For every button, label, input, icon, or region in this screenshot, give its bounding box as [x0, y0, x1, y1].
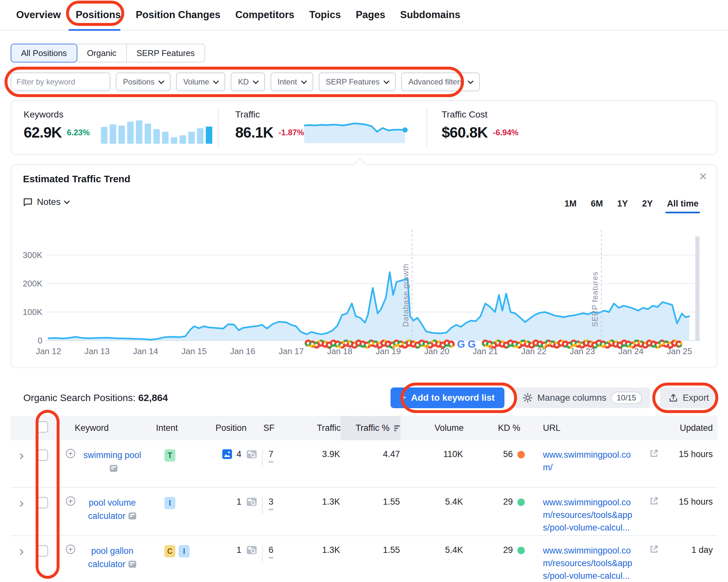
report-tabs: Overview Positions Position Changes Comp… [0, 0, 728, 30]
keyword-link[interactable]: pool volume calculator [79, 496, 146, 524]
sf-count[interactable]: 3 [268, 497, 274, 510]
range-6m[interactable]: 6M [591, 199, 603, 209]
traffic-value: 86.1K [235, 124, 274, 141]
kd-value: 29 [503, 497, 513, 507]
traffic-pct-value: 4.47 [341, 440, 400, 487]
positions-section-header: Organic Search Positions: 62,864 + Add t… [11, 387, 717, 408]
close-icon[interactable]: × [699, 170, 707, 183]
col-position[interactable]: Position [200, 423, 259, 433]
serp-snapshot-icon[interactable] [109, 463, 118, 477]
external-link-icon[interactable] [649, 545, 659, 556]
kd-dot [517, 547, 525, 554]
serp-preview-icon[interactable] [246, 449, 258, 462]
positions-count: 62,864 [138, 392, 168, 403]
updated-value: 15 hours [659, 440, 717, 487]
col-traffic[interactable]: Traffic [290, 423, 341, 433]
col-intent[interactable]: Intent [151, 423, 200, 433]
external-link-icon[interactable] [649, 496, 659, 508]
url-link[interactable]: www.swimmingpool.com/resources/tools&app… [543, 545, 646, 582]
tab-positions[interactable]: Positions [76, 9, 121, 21]
subtab-serp-features[interactable]: SERP Features [127, 44, 205, 62]
filter-positions[interactable]: Positions [116, 73, 171, 91]
serp-preview-icon[interactable] [246, 545, 258, 558]
range-1m[interactable]: 1M [564, 199, 577, 209]
sf-count[interactable]: 6 [268, 545, 274, 558]
svg-text:Jan 15: Jan 15 [182, 346, 207, 356]
svg-text:Jan 12: Jan 12 [36, 346, 61, 356]
updated-value: 1 day [659, 536, 717, 582]
filter-bar: Positions Volume KD Intent SERP Features… [11, 73, 480, 91]
position-value: 1 [236, 497, 241, 507]
add-keyword-icon[interactable] [66, 449, 75, 458]
subtab-all-positions[interactable]: All Positions [11, 44, 77, 62]
col-updated[interactable]: Updated [659, 423, 717, 433]
add-keyword-icon[interactable] [66, 545, 75, 554]
estimated-traffic-trend-card: Estimated Traffic Trend × Notes 1M 6M 1Y… [11, 165, 717, 368]
tab-overview[interactable]: Overview [16, 9, 61, 21]
external-link-icon[interactable] [649, 449, 659, 461]
keyword-filter [11, 73, 110, 91]
chevron-down-icon [253, 78, 259, 84]
col-keyword[interactable]: Keyword [56, 423, 151, 433]
subtab-organic[interactable]: Organic [77, 44, 127, 62]
expand-row-chevron[interactable] [18, 549, 23, 555]
expand-row-chevron[interactable] [18, 501, 23, 507]
svg-text:Jan 13: Jan 13 [84, 346, 110, 356]
filter-kd[interactable]: KD [231, 73, 265, 91]
tab-competitors[interactable]: Competitors [235, 9, 294, 21]
filter-intent[interactable]: Intent [270, 73, 313, 91]
divider [262, 449, 263, 467]
keyword-link[interactable]: pool gallon calculator [79, 545, 146, 572]
traffic-cost-label: Traffic Cost [442, 109, 519, 120]
keyword-link[interactable]: swimming pool [79, 449, 146, 476]
chevron-down-icon [383, 78, 389, 84]
svg-text:G: G [468, 338, 476, 350]
add-keyword-icon[interactable] [66, 496, 75, 506]
traffic-cost-metric: Traffic Cost $60.8K -6.94% [442, 109, 519, 141]
row-checkbox[interactable] [36, 545, 48, 557]
traffic-cost-change: -6.94% [493, 128, 518, 137]
tab-position-changes[interactable]: Position Changes [135, 9, 220, 21]
expand-row-chevron[interactable] [18, 453, 23, 459]
range-2y[interactable]: 2Y [642, 199, 653, 209]
gear-icon [523, 393, 533, 403]
traffic-metric: Traffic 86.1K -1.87% [235, 109, 304, 141]
position-type-switch: All Positions Organic SERP Features [11, 44, 205, 62]
chevron-down-icon [213, 78, 219, 84]
col-kd[interactable]: KD % [464, 423, 533, 433]
position-value: 4 [236, 449, 241, 459]
filter-advanced[interactable]: Advanced filters [401, 73, 480, 91]
serp-snapshot-icon[interactable] [128, 559, 136, 572]
range-all-time[interactable]: All time [667, 199, 699, 209]
svg-text:G: G [457, 338, 465, 350]
url-link[interactable]: www.swimmingpool.com/ [543, 449, 646, 474]
keyword-filter-input[interactable] [11, 73, 110, 91]
filter-volume[interactable]: Volume [176, 73, 225, 91]
filter-serp-features[interactable]: SERP Features [319, 73, 396, 91]
volume-value: 5.4K [400, 536, 464, 582]
divider [262, 497, 263, 514]
kd-dot [517, 451, 525, 458]
manage-columns-button[interactable]: Manage columns 10/15 [514, 387, 650, 408]
svg-text:Jan 17: Jan 17 [279, 346, 304, 356]
col-traffic-pct[interactable]: Traffic % [341, 416, 400, 440]
chevron-down-icon [64, 198, 70, 204]
url-link[interactable]: www.swimmingpool.com/resources/tools&app… [543, 496, 646, 534]
row-checkbox[interactable] [36, 497, 48, 508]
add-to-keyword-list-button[interactable]: + Add to keyword list [391, 387, 504, 408]
col-volume[interactable]: Volume [400, 423, 464, 433]
range-1y[interactable]: 1Y [617, 199, 628, 209]
sf-count[interactable]: 7 [268, 449, 274, 462]
col-url[interactable]: URL [533, 423, 659, 433]
notes-dropdown[interactable]: Notes [23, 197, 69, 207]
export-button[interactable]: Export [660, 387, 717, 408]
col-sf[interactable]: SF [259, 423, 290, 433]
tab-topics[interactable]: Topics [309, 9, 341, 21]
tab-subdomains[interactable]: Subdomains [400, 9, 461, 21]
serp-snapshot-icon[interactable] [128, 511, 136, 524]
select-all-checkbox[interactable] [36, 421, 48, 433]
tab-pages[interactable]: Pages [356, 9, 385, 21]
volume-value: 5.4K [400, 488, 464, 535]
row-checkbox[interactable] [36, 449, 48, 461]
serp-preview-icon[interactable] [246, 497, 258, 509]
